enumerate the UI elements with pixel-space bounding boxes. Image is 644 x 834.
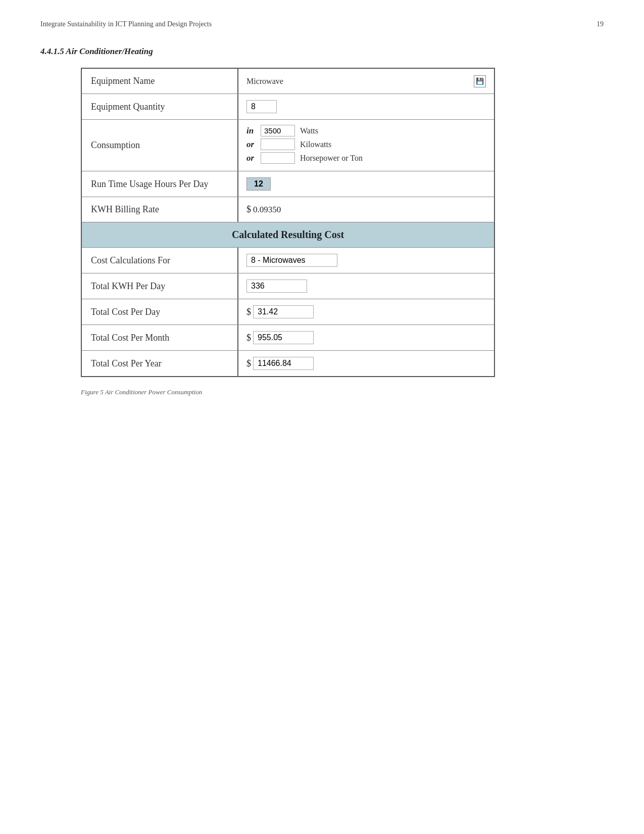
consumption-prefix-in: in [246,126,261,136]
page-header: Integrate Sustainability in ICT Planning… [40,20,604,28]
cost-calc-for-label: Cost Calculations For [82,248,238,273]
cost-calc-for-row: Cost Calculations For [82,248,494,273]
quantity-input[interactable] [246,100,277,113]
consumption-prefix-or1: or [246,140,261,150]
cost-calc-for-input[interactable] [246,254,337,267]
consumption-label: Consumption [82,120,238,171]
cost-per-year-dollar: $ [246,358,251,369]
consumption-unit-watts: Watts [300,126,318,135]
cost-per-day-input[interactable] [253,305,314,318]
total-cost-per-year-label: Total Cost Per Year [82,351,238,376]
consumption-line-2: or Kilowatts [246,138,486,150]
consumption-line-1: in Watts [246,125,486,136]
consumption-kw-input[interactable] [261,138,295,150]
cost-per-month-input[interactable] [253,331,314,344]
section-heading: 4.4.1.5 Air Conditioner/Heating [40,47,604,57]
figure-caption: Figure 5 Air Conditioner Power Consumpti… [81,388,604,396]
page-wrapper: Integrate Sustainability in ICT Planning… [0,0,644,834]
calc-header-row: Calculated Resulting Cost [82,222,494,248]
consumption-unit-hp: Horsepower or Ton [300,154,363,163]
total-kwh-per-day-input[interactable] [246,280,307,293]
consumption-line-3: or Horsepower or Ton [246,152,486,164]
total-cost-per-month-label: Total Cost Per Month [82,325,238,350]
total-kwh-per-day-row: Total KWH Per Day [82,273,494,299]
kwh-billing-row: KWH Billing Rate $ 0.09350 [82,197,494,222]
consumption-value: in Watts or Kilowatts or Horsepower or T… [238,120,494,171]
main-table: Equipment Name Microwave 💾 Equipment Qua… [81,68,495,377]
run-time-label: Run Time Usage Hours Per Day [82,171,238,197]
total-cost-per-year-value: $ [238,351,494,376]
cost-per-day-dollar: $ [246,307,251,317]
equipment-name-value: Microwave 💾 [238,69,494,94]
consumption-watts-input[interactable] [261,125,295,136]
consumption-hp-input[interactable] [261,152,295,164]
run-time-row: Run Time Usage Hours Per Day [82,171,494,197]
run-time-value [238,171,494,197]
total-cost-per-month-row: Total Cost Per Month $ [82,325,494,351]
total-kwh-per-day-value [238,273,494,299]
kwh-billing-label: KWH Billing Rate [82,197,238,222]
total-cost-per-day-value: $ [238,299,494,325]
cost-per-month-dollar: $ [246,333,251,343]
floppy-disk-icon[interactable]: 💾 [474,75,486,87]
equipment-name-text: Microwave [246,77,283,86]
consumption-prefix-or2: or [246,153,261,163]
run-time-input[interactable] [246,177,271,191]
billing-dollar-sign: $ [246,204,251,215]
page-title: Integrate Sustainability in ICT Planning… [40,20,212,28]
total-cost-per-day-label: Total Cost Per Day [82,299,238,325]
floppy-icon-symbol: 💾 [476,77,484,85]
equipment-name-value-inner: Microwave 💾 [246,75,486,87]
total-cost-per-month-value: $ [238,325,494,350]
consumption-unit-kw: Kilowatts [300,140,331,149]
equipment-name-label: Equipment Name [82,69,238,94]
equipment-name-row: Equipment Name Microwave 💾 [82,69,494,94]
total-cost-per-day-row: Total Cost Per Day $ [82,299,494,325]
page-number: 19 [597,20,604,28]
consumption-row: Consumption in Watts or Kilowatts or [82,120,494,171]
total-cost-per-year-row: Total Cost Per Year $ [82,351,494,376]
kwh-billing-value: $ 0.09350 [238,197,494,222]
total-kwh-per-day-label: Total KWH Per Day [82,273,238,299]
equipment-quantity-row: Equipment Quantity [82,94,494,120]
cost-calc-for-value [238,248,494,273]
equipment-quantity-value [238,94,494,119]
billing-rate-text: 0.09350 [253,205,281,215]
equipment-quantity-label: Equipment Quantity [82,94,238,119]
cost-per-year-input[interactable] [253,357,314,370]
calc-header-text: Calculated Resulting Cost [232,229,344,241]
